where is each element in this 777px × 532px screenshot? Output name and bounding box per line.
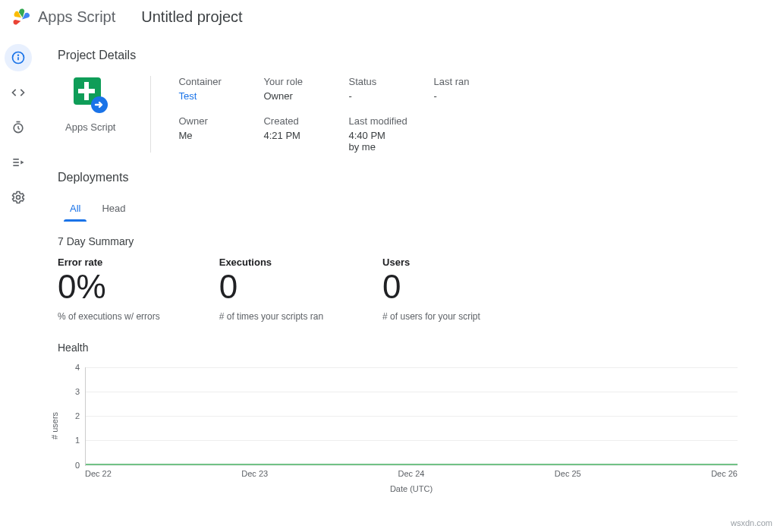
meta-last-ran: Last ran - [433, 76, 517, 102]
project-details-heading: Project Details [58, 49, 756, 62]
chart-ylabel: # users [50, 412, 59, 439]
chart-x-tick: Dec 26 [711, 469, 738, 478]
logo: Apps Script [11, 6, 115, 27]
chart-y-tick: 2 [75, 411, 80, 420]
chart-x-tick: Dec 22 [85, 469, 112, 478]
clock-icon [11, 120, 26, 135]
chart-gridline [86, 440, 738, 441]
nav-executions[interactable] [5, 149, 32, 176]
health-chart: # users 01234 Dec 22Dec 23Dec 24Dec 25De… [58, 367, 756, 493]
project-title[interactable]: Untitled project [141, 8, 242, 26]
chart-y-tick: 0 [75, 461, 80, 470]
chart-y-tick: 3 [75, 387, 80, 396]
executions-icon [11, 155, 26, 170]
chart-y-tick: 1 [75, 436, 80, 445]
stat-error-rate: Error rate 0% % of executions w/ errors [58, 257, 160, 322]
project-meta-grid: Container Test Your role Owner Status - … [178, 76, 517, 153]
project-details-row: Apps Script Container Test Your role Own… [58, 76, 756, 153]
chart-gridline [86, 367, 738, 368]
svg-rect-14 [78, 89, 95, 93]
nav-settings[interactable] [5, 184, 32, 211]
chart-gridline [86, 465, 738, 466]
svg-line-5 [18, 128, 20, 130]
container-link[interactable]: Test [178, 90, 262, 102]
tab-all[interactable]: All [68, 198, 82, 222]
chart-gridline [86, 416, 738, 417]
code-icon [11, 85, 26, 100]
brand-name: Apps Script [38, 8, 115, 26]
side-nav [0, 35, 36, 530]
stat-users: Users 0 # of users for your script [382, 257, 480, 322]
nav-overview[interactable] [5, 44, 32, 71]
info-icon [11, 50, 26, 65]
meta-container: Container Test [178, 76, 262, 102]
main-content: Project Details Apps Script Cont [36, 35, 777, 530]
meta-last-modified: Last modified 4:40 PM by me [348, 115, 432, 153]
stat-executions: Executions 0 # of times your scripts ran [219, 257, 323, 322]
summary-heading: 7 Day Summary [58, 235, 756, 247]
apps-script-project-icon [71, 76, 110, 115]
svg-point-2 [18, 55, 19, 55]
deployments-heading: Deployments [58, 171, 756, 184]
chart-x-tick: Dec 23 [241, 469, 268, 478]
health-heading: Health [58, 342, 756, 354]
meta-status: Status - [348, 76, 432, 102]
chart-x-tick: Dec 25 [555, 469, 581, 478]
meta-your-role: Your role Owner [263, 76, 347, 102]
project-type-label: Apps Script [65, 121, 115, 133]
project-type-block: Apps Script [58, 76, 123, 153]
chart-y-tick: 4 [75, 363, 80, 372]
meta-owner: Owner Me [178, 115, 262, 153]
meta-created: Created 4:21 PM [263, 115, 347, 153]
nav-triggers[interactable] [5, 114, 32, 141]
svg-marker-10 [20, 161, 24, 165]
chart-x-tick: Dec 24 [398, 469, 425, 478]
chart-xlabel: Date (UTC) [85, 484, 738, 493]
watermark: wsxdn.com [731, 518, 772, 527]
gear-icon [11, 190, 26, 205]
nav-editor[interactable] [5, 79, 32, 106]
chart-plot: 01234 [85, 367, 738, 466]
svg-point-11 [17, 196, 20, 200]
deployments-tabs: All Head [68, 198, 756, 222]
tab-head[interactable]: Head [100, 198, 127, 222]
chart-gridline [86, 392, 738, 392]
summary-stats: Error rate 0% % of executions w/ errors … [58, 257, 756, 322]
apps-script-logo-icon [11, 6, 32, 27]
header: Apps Script Untitled project [0, 0, 777, 35]
chart-x-ticks: Dec 22Dec 23Dec 24Dec 25Dec 26 [85, 469, 738, 478]
vertical-divider [150, 76, 151, 153]
